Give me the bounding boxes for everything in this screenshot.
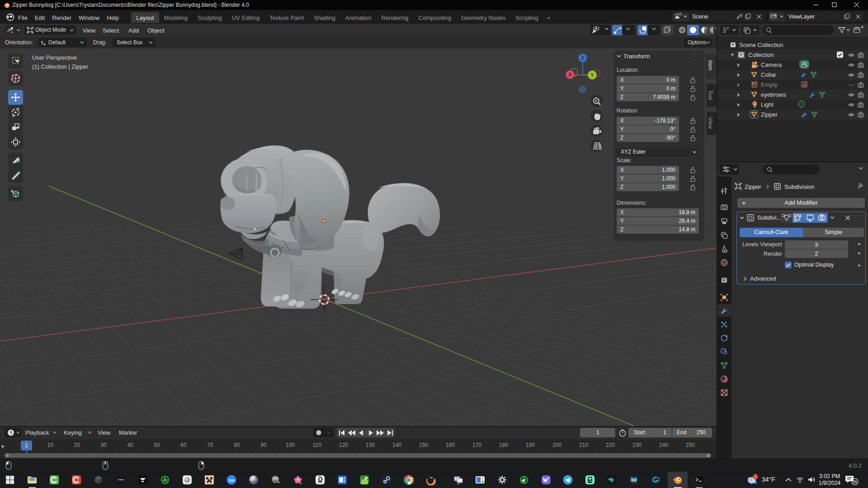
svg-text:Z: Z bbox=[581, 55, 585, 61]
svg-text:Scene: Scene bbox=[692, 14, 708, 20]
svg-text:ViewLayer: ViewLayer bbox=[788, 14, 815, 20]
svg-text:1: 1 bbox=[755, 474, 757, 479]
svg-text:Y: Y bbox=[590, 72, 594, 78]
svg-text:11: 11 bbox=[853, 479, 857, 484]
svg-text:X: X bbox=[568, 72, 572, 77]
svg-text:zm: zm bbox=[229, 478, 235, 483]
svg-text:CYBER: CYBER bbox=[118, 479, 123, 481]
